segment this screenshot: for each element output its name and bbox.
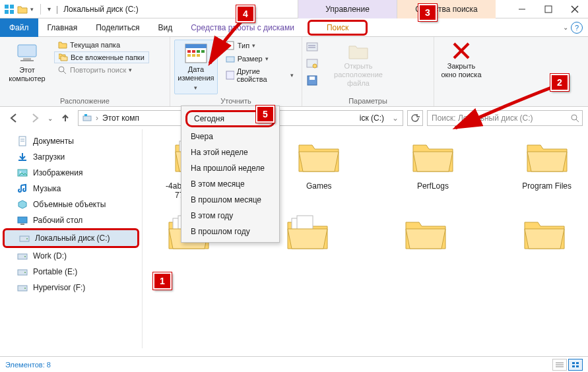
- desk-icon: [17, 215, 28, 226]
- view-icons-button[interactable]: [568, 359, 583, 371]
- callout-2: 2: [550, 74, 569, 91]
- folder-open-icon: [347, 41, 370, 61]
- date-menu-item[interactable]: Вчера: [181, 129, 279, 144]
- chevron-down-icon[interactable]: ⌄: [392, 113, 399, 123]
- svg-rect-45: [20, 224, 24, 225]
- sidebar-item-рабочий-стол[interactable]: Рабочий стол: [3, 212, 139, 228]
- folder-icon: [58, 41, 67, 49]
- svg-rect-1: [10, 5, 14, 9]
- date-menu-item[interactable]: В этом году: [181, 208, 279, 224]
- svg-rect-2: [5, 10, 9, 14]
- date-menu-item[interactable]: На этой неделе: [181, 144, 279, 160]
- all-subfolders-button[interactable]: Все вложенные папки: [54, 51, 149, 63]
- svg-point-51: [24, 272, 26, 273]
- sidebar-item-label: Музыка: [33, 184, 61, 193]
- minimize-button[interactable]: [509, 0, 535, 18]
- search-again-icon: [58, 66, 67, 74]
- context-tab-manage[interactable]: Управление: [298, 0, 397, 18]
- back-button[interactable]: [5, 109, 22, 127]
- chevron-down-icon[interactable]: ▾: [30, 6, 34, 13]
- sidebar-item-музыка[interactable]: Музыка: [3, 181, 139, 197]
- svg-point-43: [20, 171, 22, 173]
- ribbon-help[interactable]: ⌄ ?: [563, 22, 583, 34]
- svg-rect-5: [545, 6, 552, 13]
- folder-label: Program Files: [522, 181, 572, 191]
- sidebar-item-label: Локальный диск (C:): [35, 233, 110, 243]
- svg-rect-65: [572, 365, 575, 367]
- maximize-button[interactable]: [535, 0, 562, 18]
- status-bar: Элементов: 8: [0, 356, 588, 372]
- forward-button[interactable]: [26, 109, 44, 127]
- sidebar-item-label: Hypervisor (F:): [33, 283, 85, 292]
- folder-icon: [409, 136, 457, 177]
- search-again-button[interactable]: Повторить поиск: [54, 65, 149, 75]
- sidebar-item-label: Объемные объекты: [33, 200, 106, 209]
- drive-icon: [82, 113, 92, 123]
- save-search-icon[interactable]: [306, 75, 318, 88]
- callout-1: 1: [153, 272, 172, 290]
- history-dropdown[interactable]: ⌄: [48, 115, 53, 122]
- close-icon: [451, 41, 471, 61]
- refresh-button[interactable]: [407, 110, 423, 126]
- sidebar-item-локальный-диск-c-[interactable]: Локальный диск (C:): [3, 228, 139, 248]
- tab-share[interactable]: Поделиться: [86, 18, 148, 37]
- sidebar-item-label: Изображения: [33, 168, 82, 177]
- help-icon[interactable]: ?: [571, 22, 583, 34]
- date-menu-item[interactable]: В прошлом месяце: [181, 192, 279, 208]
- chevron-down-icon: ⌄: [563, 24, 568, 31]
- svg-line-12: [63, 71, 66, 74]
- sidebar-item-изображения[interactable]: Изображения: [3, 165, 139, 181]
- folder-icon: [284, 213, 331, 255]
- date-filter-menu[interactable]: СегодняВчераНа этой неделеНа прошлой нед…: [181, 106, 280, 243]
- sidebar-item-объемные-объекты[interactable]: Объемные объекты: [3, 197, 139, 212]
- folder-item[interactable]: [387, 213, 466, 255]
- sidebar-item-hypervisor-f-[interactable]: Hypervisor (F:): [3, 280, 139, 295]
- tab-file[interactable]: Файл: [0, 18, 38, 37]
- current-folder-button[interactable]: Текущая папка: [54, 40, 149, 50]
- qat-dropdown-icon[interactable]: ▾: [48, 5, 51, 13]
- folder-item[interactable]: Program Files: [509, 136, 584, 200]
- recent-searches-icon[interactable]: [306, 42, 318, 55]
- folder-item[interactable]: [505, 213, 584, 255]
- svg-point-53: [24, 288, 26, 289]
- close-button[interactable]: [562, 0, 588, 18]
- up-button[interactable]: [57, 109, 74, 127]
- svg-rect-63: [572, 362, 575, 364]
- view-details-button[interactable]: [552, 359, 567, 371]
- svg-point-29: [313, 64, 317, 68]
- tab-search[interactable]: Поиск: [308, 20, 368, 36]
- svg-point-36: [572, 115, 577, 120]
- folder-label: Games: [306, 181, 332, 191]
- svg-rect-20: [192, 54, 195, 57]
- group-label-location: Расположение: [4, 96, 166, 105]
- svg-rect-64: [576, 362, 579, 364]
- sidebar-item-загрузки[interactable]: Загрузки: [3, 149, 139, 165]
- navigation-pane[interactable]: ДокументыЗагрузкиИзображенияМузыкаОбъемн…: [0, 129, 143, 348]
- this-pc-button[interactable]: Этот компьютер: [4, 40, 50, 84]
- tab-home[interactable]: Главная: [38, 18, 87, 37]
- separator: [40, 4, 41, 15]
- context-tab-search-tools[interactable]: Средства поиска: [397, 0, 496, 18]
- window-controls: [509, 0, 588, 18]
- svg-rect-25: [307, 43, 317, 51]
- svg-rect-10: [20, 60, 34, 61]
- folder-item[interactable]: PerfLogs: [396, 136, 471, 200]
- date-menu-item[interactable]: На прошлой неделе: [181, 160, 279, 176]
- svg-rect-0: [5, 5, 9, 9]
- folder-icon: [17, 5, 28, 14]
- tab-view[interactable]: Вид: [148, 18, 181, 37]
- search-icon: [570, 113, 579, 123]
- folder-item[interactable]: Games: [282, 136, 356, 200]
- date-menu-item[interactable]: В этом месяце: [181, 176, 279, 192]
- sidebar-item-документы[interactable]: Документы: [3, 133, 139, 149]
- svg-rect-35: [84, 114, 87, 116]
- svg-point-11: [59, 67, 64, 72]
- ribbon-tabs: Файл Главная Поделиться Вид Средства раб…: [0, 18, 588, 37]
- date-menu-item[interactable]: В прошлом году: [181, 224, 279, 239]
- callout-4: 4: [236, 5, 255, 22]
- close-search-button[interactable]: Закрыть окно поиска: [438, 40, 484, 80]
- advanced-options-icon[interactable]: [306, 59, 318, 71]
- folder-icon: [521, 213, 568, 255]
- sidebar-item-portable-e-[interactable]: Portable (E:): [3, 264, 139, 280]
- sidebar-item-work-d-[interactable]: Work (D:): [3, 248, 139, 264]
